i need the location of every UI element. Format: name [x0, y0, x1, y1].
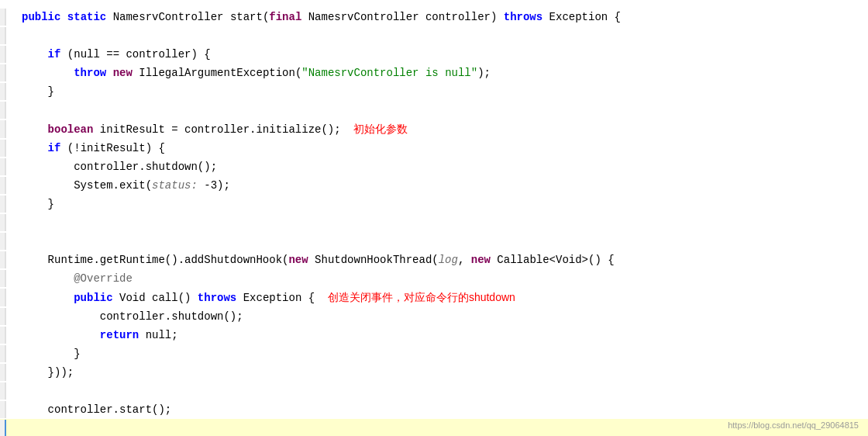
line-indicator: [0, 64, 6, 81]
line-indicator: [0, 251, 6, 268]
line-indicator: [0, 327, 6, 344]
code-line: controller.shutdown();: [0, 307, 868, 326]
code-line: public Void call() throws Exception { 创造…: [0, 288, 868, 307]
line-indicator: [0, 120, 6, 138]
line-indicator: [0, 289, 6, 306]
line-indicator: [0, 233, 6, 250]
line-content: throw new IllegalArgumentException("Name…: [6, 64, 868, 81]
line-indicator: [0, 140, 6, 157]
line-indicator: [0, 46, 6, 63]
code-block: public static NamesrvController start(fi…: [0, 0, 868, 436]
code-line: [0, 382, 868, 400]
code-line: [0, 101, 868, 119]
line-content: return null;: [6, 327, 868, 344]
code-line: [0, 213, 868, 232]
line-content: System.exit(status: -3);: [6, 177, 868, 194]
code-line: }));: [0, 363, 868, 382]
line-content: if (!initResult) {: [6, 140, 868, 157]
code-line: [0, 26, 868, 45]
line-content: [6, 27, 868, 44]
line-content: public Void call() throws Exception { 创造…: [6, 289, 868, 306]
line-indicator: [0, 308, 6, 325]
line-indicator: [0, 83, 6, 100]
code-line: }: [0, 82, 868, 101]
line-indicator: [0, 102, 6, 119]
code-line: if (!initResult) {: [0, 139, 868, 157]
line-content: [6, 214, 868, 231]
line-indicator: [0, 158, 6, 175]
code-line: @Override: [0, 269, 868, 288]
code-line: public static NamesrvController start(fi…: [0, 8, 868, 26]
line-indicator: [0, 27, 6, 44]
code-line: boolean initResult = controller.initiali…: [0, 119, 868, 139]
line-content: @Override: [6, 270, 868, 287]
line-indicator: [0, 382, 6, 400]
line-content: [6, 102, 868, 119]
code-line: controller.shutdown();: [0, 157, 868, 176]
line-indicator: [0, 401, 6, 418]
line-content: controller.start();: [6, 401, 868, 418]
line-content: Runtime.getRuntime().addShutdownHook(new…: [6, 251, 868, 268]
line-indicator: [0, 214, 6, 231]
code-line: controller.start();: [0, 400, 868, 419]
line-indicator: [0, 364, 6, 381]
line-content: }: [6, 196, 868, 213]
line-indicator: [0, 420, 6, 436]
code-line: System.exit(status: -3);: [0, 176, 868, 195]
line-indicator: [0, 196, 6, 213]
code-line: if (null == controller) {: [0, 45, 868, 64]
code-line: return null;: [0, 326, 868, 344]
line-content: controller.shutdown();: [6, 158, 868, 175]
line-content: boolean initResult = controller.initiali…: [6, 120, 868, 138]
line-content: controller.shutdown();: [6, 308, 868, 325]
code-line: Runtime.getRuntime().addShutdownHook(new…: [0, 251, 868, 269]
watermark: https://blog.csdn.net/qq_29064815: [728, 420, 859, 430]
line-content: }));: [6, 364, 868, 381]
code-line: }: [0, 344, 868, 363]
code-line: [0, 232, 868, 251]
line-content: [6, 382, 868, 400]
line-content: if (null == controller) {: [6, 46, 868, 63]
line-content: public static NamesrvController start(fi…: [6, 9, 868, 26]
line-content: }: [6, 345, 868, 362]
line-content: [6, 233, 868, 250]
code-line: }: [0, 195, 868, 213]
line-indicator: [0, 345, 6, 362]
line-indicator: [0, 177, 6, 194]
line-indicator: [0, 270, 6, 287]
line-indicator: [0, 9, 6, 26]
line-content: }: [6, 83, 868, 100]
code-container: public static NamesrvController start(fi…: [0, 0, 868, 436]
code-line: throw new IllegalArgumentException("Name…: [0, 64, 868, 82]
